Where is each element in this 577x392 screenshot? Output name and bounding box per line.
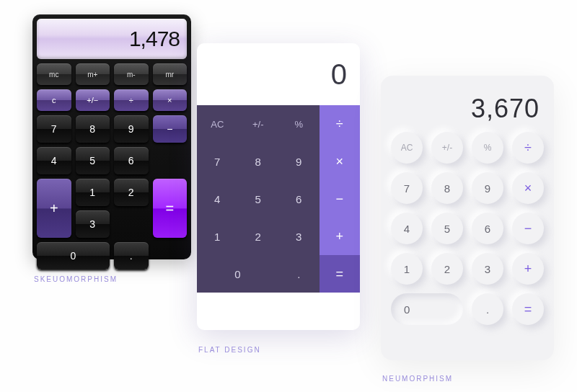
clear-button[interactable]: AC — [197, 105, 238, 143]
digit-0-button[interactable]: 0 — [197, 255, 278, 293]
digit-5-button[interactable]: 5 — [76, 147, 110, 174]
decimal-button[interactable]: . — [114, 242, 149, 270]
digit-6-button[interactable]: 6 — [114, 147, 149, 174]
equals-button[interactable]: = — [320, 255, 361, 293]
digit-2-button[interactable]: 2 — [431, 253, 463, 285]
percent-button[interactable]: % — [472, 132, 503, 164]
digit-9-button[interactable]: 9 — [114, 115, 149, 143]
digit-7-button[interactable]: 7 — [37, 115, 71, 143]
divide-button[interactable]: ÷ — [320, 105, 361, 143]
digit-7-button[interactable]: 7 — [391, 172, 423, 204]
label-flat: FLAT DESIGN — [198, 346, 261, 354]
percent-button[interactable]: % — [278, 105, 320, 143]
calculator-flat: 0 AC +/- % ÷ 7 8 9 × 4 5 6 − 1 2 3 + 0 .… — [197, 43, 360, 330]
digit-3-button[interactable]: 3 — [472, 253, 503, 285]
divide-button[interactable]: ÷ — [512, 132, 544, 164]
label-skeuomorphism: SKEUOMORPHISM — [34, 275, 118, 283]
calculator-neumorphism: 3,670 AC +/- % ÷ 7 8 9 × 4 5 6 − 1 2 3 +… — [381, 76, 554, 360]
multiply-button[interactable]: × — [512, 172, 544, 204]
decimal-button[interactable]: . — [472, 293, 503, 325]
memory-recall-button[interactable]: mr — [153, 63, 188, 85]
digit-4-button[interactable]: 4 — [197, 180, 238, 218]
digit-3-button[interactable]: 3 — [76, 210, 110, 238]
calculator-skeuomorphism: 1,478 mc m+ m- mr c +/− ÷ × 7 8 9 − 4 5 … — [32, 14, 191, 259]
digit-4-button[interactable]: 4 — [391, 213, 423, 244]
memory-clear-button[interactable]: mc — [37, 63, 71, 85]
comparison-stage: 1,478 mc m+ m- mr c +/− ÷ × 7 8 9 − 4 5 … — [0, 0, 577, 392]
multiply-button[interactable]: × — [320, 143, 361, 180]
divide-button[interactable]: ÷ — [114, 89, 149, 111]
display: 3,670 — [391, 86, 544, 132]
minus-button[interactable]: − — [512, 213, 544, 244]
digit-1-button[interactable]: 1 — [197, 218, 238, 255]
digit-6-button[interactable]: 6 — [278, 180, 320, 218]
digit-4-button[interactable]: 4 — [37, 147, 71, 174]
digit-7-button[interactable]: 7 — [197, 143, 238, 180]
digit-0-button[interactable]: 0 — [37, 242, 110, 270]
memory-sub-button[interactable]: m- — [114, 63, 149, 85]
digit-1-button[interactable]: 1 — [391, 253, 423, 285]
digit-8-button[interactable]: 8 — [431, 172, 463, 204]
digit-8-button[interactable]: 8 — [76, 115, 110, 143]
display: 0 — [197, 43, 360, 105]
multiply-button[interactable]: × — [153, 89, 188, 111]
digit-5-button[interactable]: 5 — [431, 213, 463, 244]
digit-6-button[interactable]: 6 — [472, 213, 503, 244]
digit-2-button[interactable]: 2 — [114, 179, 149, 206]
digit-5-button[interactable]: 5 — [238, 180, 279, 218]
minus-button[interactable]: − — [153, 115, 188, 143]
plus-button[interactable]: + — [512, 253, 544, 285]
equals-button[interactable]: = — [153, 179, 188, 238]
minus-button[interactable]: − — [320, 180, 361, 218]
plus-button[interactable]: + — [37, 179, 71, 238]
plus-button[interactable]: + — [320, 218, 361, 255]
display: 1,478 — [37, 19, 187, 59]
digit-9-button[interactable]: 9 — [278, 143, 320, 180]
clear-button[interactable]: c — [37, 89, 71, 111]
label-neumorphism: NEUMORPHISM — [382, 375, 453, 383]
digit-1-button[interactable]: 1 — [76, 179, 110, 206]
digit-3-button[interactable]: 3 — [278, 218, 320, 255]
plusminus-button[interactable]: +/- — [431, 132, 463, 164]
digit-0-button[interactable]: 0 — [391, 293, 463, 325]
digit-9-button[interactable]: 9 — [472, 172, 503, 204]
plusminus-button[interactable]: +/− — [76, 89, 110, 111]
equals-button[interactable]: = — [512, 293, 544, 325]
plusminus-button[interactable]: +/- — [238, 105, 279, 143]
digit-8-button[interactable]: 8 — [238, 143, 279, 180]
digit-2-button[interactable]: 2 — [238, 218, 279, 255]
clear-button[interactable]: AC — [391, 132, 423, 164]
decimal-button[interactable]: . — [278, 255, 320, 293]
memory-add-button[interactable]: m+ — [76, 63, 110, 85]
